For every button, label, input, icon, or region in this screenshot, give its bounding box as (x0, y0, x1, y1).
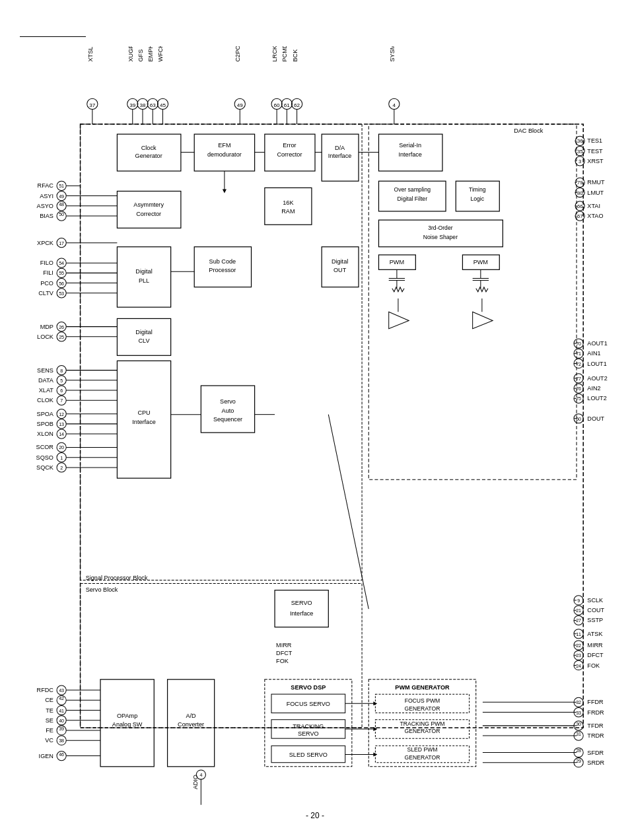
svg-text:CLOK: CLOK (37, 397, 53, 403)
block-diagram-svg: XTSL 37 XUGF 39 GFS 38 EMPH 63 WFCK 45 (13, 46, 617, 812)
svg-text:24: 24 (576, 664, 581, 669)
svg-text:PWM: PWM (390, 259, 404, 265)
svg-text:SQCK: SQCK (36, 464, 53, 471)
svg-text:3rd-Order: 3rd-Order (428, 225, 453, 231)
svg-text:A/D: A/D (186, 713, 197, 719)
svg-text:SQSO: SQSO (36, 454, 53, 461)
svg-text:LRCK: LRCK (271, 46, 278, 61)
svg-text:2: 2 (60, 466, 63, 471)
svg-text:60: 60 (576, 417, 581, 422)
svg-text:32: 32 (576, 700, 581, 705)
svg-text:CPU: CPU (137, 409, 150, 416)
svg-text:11: 11 (576, 632, 581, 637)
svg-text:SFDR: SFDR (587, 750, 604, 756)
svg-text:4: 4 (199, 773, 202, 778)
svg-text:79: 79 (577, 180, 582, 186)
svg-text:ASYO: ASYO (37, 203, 53, 209)
svg-text:ASYI: ASYI (40, 193, 53, 199)
svg-text:IGEN: IGEN (39, 753, 53, 759)
svg-text:AIN2: AIN2 (587, 385, 600, 392)
svg-text:Processor: Processor (209, 267, 236, 273)
svg-text:Over sampling: Over sampling (394, 186, 431, 193)
svg-text:51: 51 (59, 184, 64, 189)
svg-text:FILO: FILO (40, 260, 53, 266)
svg-text:MIRR: MIRR (587, 642, 603, 648)
svg-text:37: 37 (89, 102, 96, 108)
svg-text:38: 38 (59, 738, 64, 744)
svg-text:SERVO: SERVO (291, 600, 312, 606)
svg-text:SLED PWM: SLED PWM (407, 746, 437, 753)
svg-text:PWM: PWM (473, 259, 488, 265)
svg-text:Digital: Digital (332, 258, 348, 265)
diagram-container: XTSL 37 XUGF 39 GFS 38 EMPH 63 WFCK 45 (13, 46, 617, 812)
svg-text:XPCK: XPCK (37, 240, 53, 246)
svg-text:OUT: OUT (333, 267, 347, 273)
svg-text:12: 12 (59, 412, 64, 417)
svg-text:77: 77 (576, 376, 581, 382)
svg-text:46: 46 (59, 752, 64, 757)
svg-text:OPAmp: OPAmp (117, 713, 137, 719)
svg-text:1: 1 (60, 456, 63, 461)
svg-text:GENERATOR: GENERATOR (405, 754, 440, 761)
svg-text:Clock: Clock (141, 145, 157, 151)
svg-text:SCLK: SCLK (587, 597, 603, 604)
svg-text:RFDC: RFDC (37, 687, 54, 693)
svg-text:LOUT2: LOUT2 (587, 395, 606, 402)
svg-text:36: 36 (577, 138, 582, 144)
svg-text:33: 33 (576, 711, 581, 716)
svg-text:COUT: COUT (587, 607, 604, 613)
svg-text:XTAO: XTAO (587, 213, 603, 219)
svg-text:Corrector: Corrector (277, 151, 302, 158)
svg-text:demodurator: demodurator (207, 151, 242, 158)
svg-text:21: 21 (576, 608, 581, 613)
svg-text:DFCT: DFCT (276, 650, 293, 656)
svg-text:DOUT: DOUT (587, 415, 604, 422)
svg-text:WFCK: WFCK (157, 46, 164, 61)
svg-text:SLED SERVO: SLED SERVO (289, 752, 328, 758)
svg-text:CLV: CLV (138, 337, 150, 344)
svg-text:Corrector: Corrector (136, 211, 161, 217)
svg-text:Interface: Interface (328, 153, 352, 159)
svg-text:28: 28 (576, 748, 581, 753)
svg-text:MIRR: MIRR (276, 642, 292, 648)
svg-text:GENERATOR: GENERATOR (405, 728, 440, 734)
svg-text:16K: 16K (283, 199, 293, 206)
svg-text:72: 72 (576, 362, 581, 367)
svg-text:CE: CE (45, 697, 53, 703)
svg-text:22: 22 (576, 643, 581, 648)
svg-text:FOK: FOK (276, 658, 289, 664)
svg-text:ATSK: ATSK (587, 631, 602, 637)
svg-text:Interface: Interface (398, 151, 422, 158)
svg-text:9: 9 (577, 598, 580, 604)
page-container: XTSL 37 XUGF 39 GFS 38 EMPH 63 WFCK 45 (0, 0, 630, 840)
svg-text:54: 54 (59, 261, 64, 266)
svg-text:Digital: Digital (135, 268, 152, 275)
svg-text:BCK: BCK (292, 50, 298, 62)
svg-text:70: 70 (576, 341, 581, 347)
svg-text:60: 60 (274, 102, 281, 108)
svg-text:Auto: Auto (222, 407, 234, 414)
svg-text:31: 31 (576, 732, 581, 737)
svg-text:SERVO: SERVO (298, 730, 319, 737)
svg-text:29: 29 (576, 759, 581, 764)
svg-text:BIAS: BIAS (40, 213, 53, 219)
svg-text:66: 66 (577, 203, 582, 209)
svg-text:XTAI: XTAI (587, 203, 600, 209)
svg-text:D/A: D/A (335, 145, 345, 151)
page-number: - 20 - (0, 811, 630, 820)
svg-text:53: 53 (59, 291, 64, 297)
svg-text:40: 40 (59, 718, 64, 724)
svg-text:4: 4 (393, 102, 396, 108)
svg-text:Timing: Timing (469, 186, 486, 193)
header-underline (20, 36, 86, 37)
svg-text:LMUT: LMUT (587, 190, 604, 196)
svg-text:RFAC: RFAC (38, 182, 54, 189)
svg-text:7: 7 (60, 398, 63, 403)
svg-text:Analog SW: Analog SW (112, 721, 143, 728)
svg-text:23: 23 (576, 653, 581, 658)
svg-text:20: 20 (59, 445, 64, 450)
svg-text:AOUT2: AOUT2 (587, 375, 607, 382)
svg-text:38: 38 (139, 102, 146, 108)
svg-text:Error: Error (283, 142, 296, 149)
svg-text:35: 35 (577, 149, 582, 155)
